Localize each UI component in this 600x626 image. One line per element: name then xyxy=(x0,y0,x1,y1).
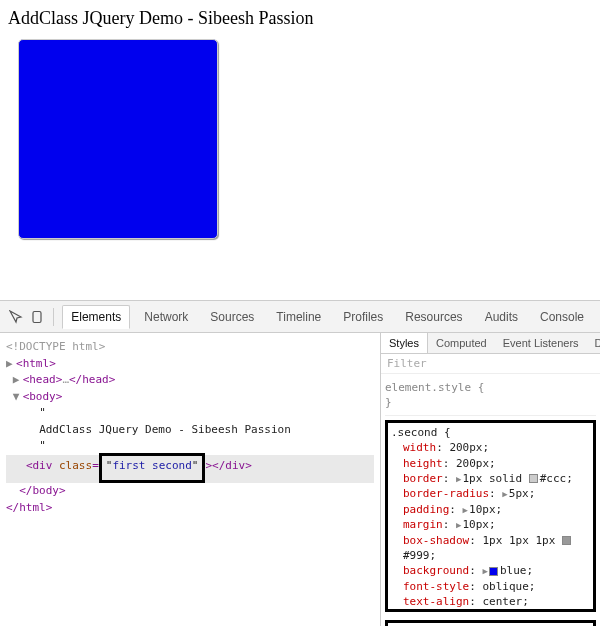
device-mode-icon[interactable] xyxy=(30,309,46,325)
css-declaration[interactable]: padding: ▶10px; xyxy=(391,502,590,517)
tab-profiles[interactable]: Profiles xyxy=(335,306,391,328)
class-attr-highlight: "first second" xyxy=(99,453,206,484)
tab-timeline[interactable]: Timeline xyxy=(268,306,329,328)
demo-box xyxy=(18,39,218,239)
rule-first: .first { width: 100px;height: 100px;bord… xyxy=(385,620,596,626)
doctype-node: <!DOCTYPE html> xyxy=(6,340,105,353)
collapse-icon[interactable]: ▼ xyxy=(13,389,23,406)
css-declaration[interactable]: width: 200px; xyxy=(391,440,590,455)
tab-audits[interactable]: Audits xyxy=(477,306,526,328)
css-declaration[interactable]: border-radius: ▶5px; xyxy=(391,486,590,501)
toolbar-separator xyxy=(53,308,54,326)
selected-node[interactable]: <div class="first second"></div> xyxy=(6,455,374,484)
page-area: AddClass JQuery Demo - Sibeesh Passion xyxy=(0,0,600,300)
styles-tab-event-listeners[interactable]: Event Listeners xyxy=(495,333,587,353)
devtools-panel: Elements Network Sources Timeline Profil… xyxy=(0,300,600,626)
selector-second: .second { xyxy=(391,425,590,440)
css-declaration[interactable]: box-shadow: 1px 1px 1px #999; xyxy=(391,533,590,564)
body-tag[interactable]: body xyxy=(29,390,56,403)
styles-pane: Styles Computed Event Listeners DOM Filt… xyxy=(380,333,600,626)
css-declaration[interactable]: height: 200px; xyxy=(391,456,590,471)
elements-tree[interactable]: <!DOCTYPE html> ▶<html> ▶<head>…</head> … xyxy=(0,333,380,626)
tab-network[interactable]: Network xyxy=(136,306,196,328)
page-title: AddClass JQuery Demo - Sibeesh Passion xyxy=(8,8,592,29)
expand-icon[interactable]: ▶ xyxy=(13,372,23,389)
styles-tab-computed[interactable]: Computed xyxy=(428,333,495,353)
head-tag[interactable]: head xyxy=(29,373,56,386)
css-declaration[interactable]: font-style: oblique; xyxy=(391,579,590,594)
styles-filter-input[interactable]: Filter xyxy=(381,354,600,374)
css-declaration[interactable]: margin: ▶10px; xyxy=(391,517,590,532)
text-node-quote: " xyxy=(39,439,46,452)
rule-second: .second { width: 200px;height: 200px;bor… xyxy=(385,420,596,613)
css-declaration[interactable]: text-align: center; xyxy=(391,594,590,609)
tab-resources[interactable]: Resources xyxy=(397,306,470,328)
tab-console[interactable]: Console xyxy=(532,306,592,328)
devtools-toolbar: Elements Network Sources Timeline Profil… xyxy=(0,301,600,333)
styles-content[interactable]: element.style { } .second { width: 200px… xyxy=(381,374,600,626)
styles-tab-styles[interactable]: Styles xyxy=(381,333,428,353)
text-node-quote: " xyxy=(39,406,46,419)
styles-tabs: Styles Computed Event Listeners DOM xyxy=(381,333,600,354)
inspect-icon[interactable] xyxy=(8,309,24,325)
svg-rect-0 xyxy=(33,311,41,322)
text-node-title: AddClass JQuery Demo - Sibeesh Passion xyxy=(39,423,291,436)
css-declaration[interactable]: border: ▶1px solid #ccc; xyxy=(391,471,590,486)
tab-sources[interactable]: Sources xyxy=(202,306,262,328)
devtools-body: <!DOCTYPE html> ▶<html> ▶<head>…</head> … xyxy=(0,333,600,626)
element-style-rule: element.style { } xyxy=(385,380,596,411)
styles-tab-dom[interactable]: DOM xyxy=(587,333,600,353)
expand-icon[interactable]: ▶ xyxy=(6,356,16,373)
html-open-tag[interactable]: html xyxy=(23,357,50,370)
css-declaration[interactable]: background: ▶blue; xyxy=(391,563,590,578)
tab-elements[interactable]: Elements xyxy=(62,305,130,329)
